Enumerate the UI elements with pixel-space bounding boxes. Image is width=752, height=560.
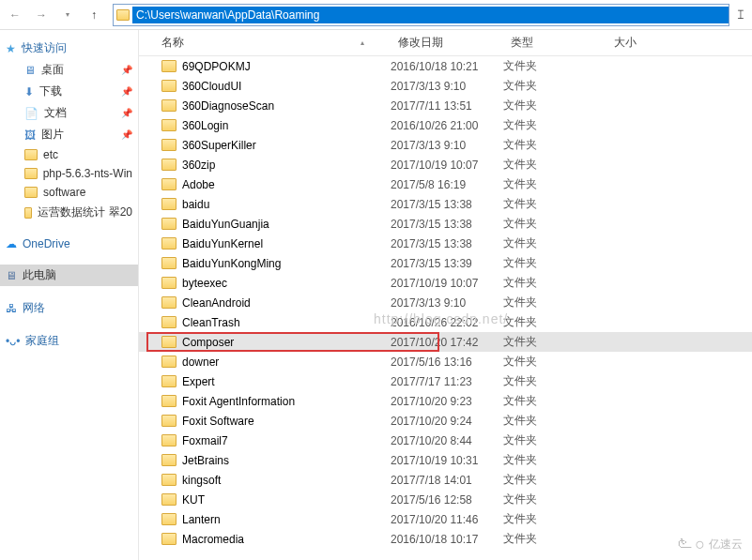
file-row[interactable]: Foxit AgentInformation2017/10/20 9:23文件夹	[139, 391, 752, 411]
forward-button[interactable]: →	[30, 4, 53, 26]
sidebar-item[interactable]: 运营数据统计 翠20	[0, 202, 138, 223]
file-row[interactable]: Adobe2017/5/8 16:19文件夹	[139, 174, 752, 194]
this-pc-item[interactable]: 🖥 此电脑	[0, 265, 138, 286]
corner-logo-text: 亿速云	[709, 537, 743, 552]
header-type[interactable]: 类型	[503, 35, 606, 51]
file-name: KUT	[182, 493, 205, 507]
file-row[interactable]: 360CloudUI2017/3/13 9:10文件夹	[139, 76, 752, 96]
file-row[interactable]: 360SuperKiller2017/3/13 9:10文件夹	[139, 135, 752, 155]
sidebar-item[interactable]: software	[0, 183, 138, 202]
sidebar-item[interactable]: ⬇下载📌	[0, 81, 138, 102]
address-bar[interactable]	[113, 4, 729, 26]
file-row[interactable]: 360Login2016/10/26 21:00文件夹	[139, 115, 752, 135]
file-date: 2016/10/18 10:17	[391, 533, 503, 546]
file-row[interactable]: downer2017/5/16 13:16文件夹	[139, 352, 752, 371]
folder-icon	[24, 207, 32, 219]
file-date: 2017/10/20 11:46	[391, 513, 503, 526]
file-name: BaiduYunGuanjia	[182, 218, 269, 231]
folder-icon	[161, 237, 176, 250]
onedrive-item[interactable]: ☁ OneDrive	[0, 235, 138, 253]
onedrive-label: OneDrive	[23, 237, 70, 250]
network-item[interactable]: 🖧 网络	[0, 297, 138, 319]
file-row[interactable]: BaiduYunKongMing2017/3/15 13:39文件夹	[139, 253, 752, 273]
back-button[interactable]: ←	[4, 4, 26, 26]
up-button[interactable]: ↑	[83, 4, 105, 26]
file-date: 2017/7/17 11:23	[391, 375, 503, 388]
file-type: 文件夹	[503, 275, 606, 291]
header-date[interactable]: 修改日期	[391, 35, 503, 51]
file-row[interactable]: Lantern2017/10/20 11:46文件夹	[139, 509, 752, 529]
header-size[interactable]: 大小	[606, 35, 663, 51]
file-row[interactable]: JetBrains2017/10/19 10:31文件夹	[139, 450, 752, 470]
file-row[interactable]: baidu2017/3/15 13:38文件夹	[139, 194, 752, 214]
sidebar-item[interactable]: etc	[0, 145, 138, 164]
sidebar-item[interactable]: php-5.6.3-nts-Win	[0, 164, 138, 183]
file-name: BaiduYunKongMing	[182, 257, 281, 270]
file-type: 文件夹	[503, 452, 606, 468]
sidebar-item[interactable]: 🖼图片📌	[0, 124, 138, 145]
file-row[interactable]: Foxit Software2017/10/20 9:24文件夹	[139, 411, 752, 431]
file-row[interactable]: Macromedia2016/10/18 10:17文件夹	[139, 529, 752, 549]
file-row[interactable]: Expert2017/7/17 11:23文件夹	[139, 371, 752, 391]
folder-icon	[24, 187, 38, 198]
navigation-sidebar: ★ 快速访问 🖥桌面📌⬇下载📌📄文档📌🖼图片📌etcphp-5.6.3-nts-…	[0, 30, 139, 560]
folder-icon	[161, 434, 176, 446]
homegroup-item[interactable]: •ᴗ• 家庭组	[0, 330, 138, 352]
sidebar-item-label: php-5.6.3-nts-Win	[43, 167, 132, 180]
quick-access-header[interactable]: ★ 快速访问	[0, 38, 138, 59]
file-list-panel: 名称 ▴ 修改日期 类型 大小 69QDPOKMJ2016/10/18 10:2…	[139, 30, 752, 560]
folder-icon	[161, 474, 176, 486]
file-row[interactable]: 360DiagnoseScan2017/7/11 13:51文件夹	[139, 96, 752, 115]
file-row[interactable]: CleanAndroid2017/3/13 9:10文件夹	[139, 293, 752, 312]
sidebar-item-label: 下载	[39, 83, 62, 99]
file-date: 2017/3/15 13:38	[391, 198, 503, 211]
file-name: Foxit Software	[182, 415, 254, 428]
file-name: 360DiagnoseScan	[182, 99, 274, 113]
recent-dropdown[interactable]: ▾	[56, 4, 79, 26]
header-name[interactable]: 名称 ▴	[139, 35, 391, 51]
file-row[interactable]: Foxmail72017/10/20 8:44文件夹	[139, 431, 752, 450]
quick-access-label: 快速访问	[22, 40, 67, 56]
folder-icon	[161, 218, 176, 230]
navigation-toolbar: ← → ▾ ↑ 𝙸	[0, 0, 752, 30]
file-row[interactable]: BaiduYunKernel2017/3/15 13:38文件夹	[139, 234, 752, 253]
text-cursor-icon: 𝙸	[733, 7, 748, 23]
file-date: 2017/3/13 9:10	[391, 296, 503, 310]
file-type: 文件夹	[503, 492, 606, 507]
network-label: 网络	[23, 300, 45, 316]
file-name: Lantern	[182, 513, 221, 526]
file-row[interactable]: CleanTrash2016/10/26 22:02文件夹	[139, 312, 752, 332]
file-name: 360Login	[182, 119, 228, 132]
file-date: 2016/10/26 22:02	[391, 316, 503, 329]
file-row[interactable]: Composer2017/10/20 17:42文件夹	[139, 332, 752, 352]
address-input[interactable]	[132, 7, 729, 23]
file-list[interactable]: 69QDPOKMJ2016/10/18 10:21文件夹360CloudUI20…	[139, 56, 752, 560]
folder-icon	[161, 99, 176, 112]
file-type: 文件夹	[503, 58, 606, 74]
sidebar-item[interactable]: 📄文档📌	[0, 102, 138, 124]
file-type: 文件夹	[503, 413, 606, 429]
file-name: Composer	[182, 336, 234, 349]
file-type: 文件夹	[503, 157, 606, 173]
file-name: Adobe	[182, 178, 215, 191]
pin-icon: 📌	[121, 65, 132, 75]
file-type: 文件夹	[503, 117, 606, 133]
file-date: 2016/10/18 10:21	[391, 60, 503, 73]
this-pc-label: 此电脑	[23, 267, 56, 283]
file-row[interactable]: 69QDPOKMJ2016/10/18 10:21文件夹	[139, 56, 752, 76]
file-date: 2017/10/19 10:07	[391, 159, 503, 172]
sidebar-item[interactable]: 🖥桌面📌	[0, 59, 138, 81]
file-type: 文件夹	[503, 511, 606, 527]
file-row[interactable]: byteexec2017/10/19 10:07文件夹	[139, 273, 752, 293]
file-name: 360CloudUI	[182, 80, 241, 93]
pin-icon: 📌	[121, 129, 132, 140]
folder-icon	[161, 80, 176, 92]
header-name-label: 名称	[161, 35, 184, 51]
file-row[interactable]: 360zip2017/10/19 10:07文件夹	[139, 155, 752, 174]
file-row[interactable]: BaiduYunGuanjia2017/3/15 13:38文件夹	[139, 214, 752, 234]
file-row[interactable]: kingsoft2017/7/18 14:01文件夹	[139, 470, 752, 490]
sort-arrow-icon: ▴	[361, 38, 364, 47]
file-row[interactable]: KUT2017/5/16 12:58文件夹	[139, 490, 752, 509]
file-name: Macromedia	[182, 533, 244, 546]
folder-icon	[161, 415, 176, 427]
